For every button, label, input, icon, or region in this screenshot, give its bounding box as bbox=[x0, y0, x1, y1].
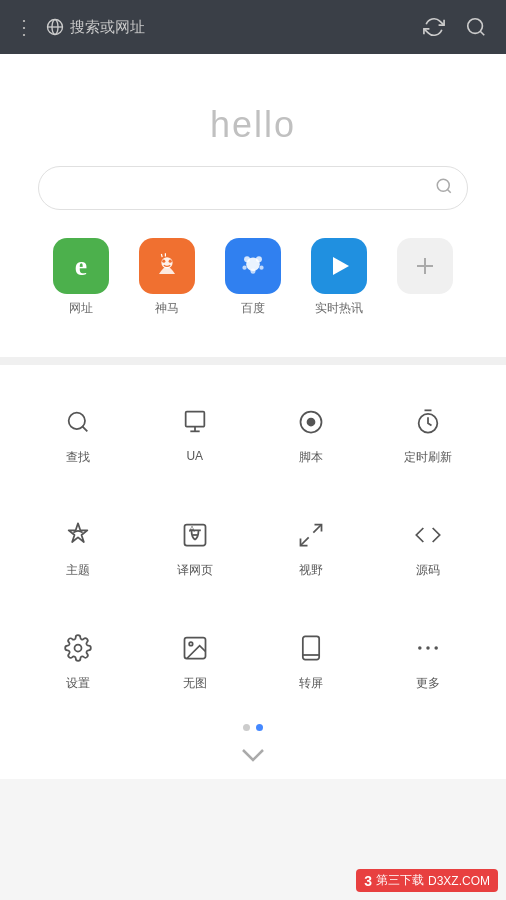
svg-point-13 bbox=[250, 269, 255, 274]
tool-more-label: 更多 bbox=[416, 675, 440, 692]
tool-settings-icon bbox=[59, 629, 97, 667]
quicklink-wangzhi-icon: e bbox=[53, 238, 109, 294]
svg-point-12 bbox=[256, 256, 262, 262]
svg-point-9 bbox=[169, 260, 172, 263]
search-box[interactable] bbox=[38, 166, 468, 210]
tool-theme-label: 主题 bbox=[66, 562, 90, 579]
quicklink-add[interactable] bbox=[382, 238, 468, 300]
dot-1[interactable] bbox=[243, 724, 250, 731]
top-bar: ⋮ 搜索或网址 bbox=[0, 0, 506, 54]
svg-rect-21 bbox=[185, 412, 204, 427]
tool-find[interactable]: 查找 bbox=[20, 385, 137, 478]
tool-rotate-label: 转屏 bbox=[299, 675, 323, 692]
tool-timer-icon bbox=[409, 403, 447, 441]
svg-line-20 bbox=[82, 426, 87, 431]
tool-more[interactable]: 更多 bbox=[370, 611, 487, 704]
tool-source-label: 源码 bbox=[416, 562, 440, 579]
tools-row-3: 设置 无图 bbox=[0, 601, 506, 714]
quick-links: e 网址 神马 bbox=[38, 238, 468, 317]
quicklink-baidu-label: 百度 bbox=[241, 300, 265, 317]
tools-section: 查找 UA bbox=[0, 365, 506, 779]
search-box-icon bbox=[435, 177, 453, 200]
watermark-icon: 3 bbox=[364, 873, 372, 889]
svg-line-32 bbox=[314, 525, 322, 533]
svg-text:A: A bbox=[189, 525, 195, 534]
tool-ua[interactable]: UA bbox=[137, 385, 254, 478]
svg-line-4 bbox=[480, 31, 484, 35]
svg-point-34 bbox=[75, 645, 82, 652]
tool-find-label: 查找 bbox=[66, 449, 90, 466]
quicklink-shenma[interactable]: 神马 bbox=[124, 238, 210, 317]
svg-point-3 bbox=[468, 19, 483, 34]
tools-row-2: 主题 A 译网页 bbox=[0, 488, 506, 601]
address-bar[interactable]: 搜索或网址 bbox=[46, 18, 408, 37]
svg-point-14 bbox=[242, 266, 246, 270]
watermark: 3 第三下载 D3XZ.COM bbox=[356, 869, 498, 892]
pagination-dots bbox=[0, 714, 506, 739]
quicklink-shenma-icon bbox=[139, 238, 195, 294]
dot-2[interactable] bbox=[256, 724, 263, 731]
tool-vision-icon bbox=[292, 516, 330, 554]
svg-line-6 bbox=[447, 189, 450, 192]
tool-translate-icon: A bbox=[176, 516, 214, 554]
quicklink-reshixun-icon bbox=[311, 238, 367, 294]
menu-dots[interactable]: ⋮ bbox=[14, 15, 36, 39]
main-area: hello e 网址 bbox=[0, 54, 506, 779]
svg-line-33 bbox=[301, 537, 309, 545]
tool-script-icon bbox=[292, 403, 330, 441]
hello-section: hello e 网址 bbox=[0, 54, 506, 347]
svg-point-41 bbox=[434, 646, 438, 650]
watermark-text: 第三下载 bbox=[376, 872, 424, 889]
reload-button[interactable] bbox=[418, 11, 450, 43]
quicklink-shenma-label: 神马 bbox=[155, 300, 179, 317]
svg-point-40 bbox=[426, 646, 430, 650]
tool-ua-label: UA bbox=[186, 449, 203, 463]
quicklink-reshixun-label: 实时热讯 bbox=[315, 300, 363, 317]
search-input[interactable] bbox=[53, 180, 435, 197]
hello-title: hello bbox=[210, 104, 296, 146]
tool-more-icon bbox=[409, 629, 447, 667]
svg-marker-16 bbox=[333, 257, 349, 275]
tool-timer-label: 定时刷新 bbox=[404, 449, 452, 466]
tool-noimage-label: 无图 bbox=[183, 675, 207, 692]
tool-theme[interactable]: 主题 bbox=[20, 498, 137, 591]
bottom-chevron[interactable] bbox=[0, 739, 506, 779]
watermark-url: D3XZ.COM bbox=[428, 874, 490, 888]
tool-translate[interactable]: A 译网页 bbox=[137, 498, 254, 591]
tool-noimage[interactable]: 无图 bbox=[137, 611, 254, 704]
tool-script-label: 脚本 bbox=[299, 449, 323, 466]
tool-noimage-icon bbox=[176, 629, 214, 667]
svg-point-25 bbox=[308, 419, 315, 426]
tool-settings-label: 设置 bbox=[66, 675, 90, 692]
svg-point-5 bbox=[437, 179, 449, 191]
quicklink-add-icon bbox=[397, 238, 453, 294]
svg-point-15 bbox=[259, 266, 263, 270]
tool-source[interactable]: 源码 bbox=[370, 498, 487, 591]
tool-rotate[interactable]: 转屏 bbox=[253, 611, 370, 704]
tool-script[interactable]: 脚本 bbox=[253, 385, 370, 478]
address-text: 搜索或网址 bbox=[70, 18, 145, 37]
tool-rotate-icon bbox=[292, 629, 330, 667]
search-button[interactable] bbox=[460, 11, 492, 43]
svg-rect-37 bbox=[303, 636, 319, 659]
svg-point-11 bbox=[244, 256, 250, 262]
quicklink-wangzhi-label: 网址 bbox=[69, 300, 93, 317]
svg-point-36 bbox=[189, 642, 193, 646]
svg-point-8 bbox=[162, 260, 165, 263]
globe-icon bbox=[46, 18, 64, 36]
svg-point-39 bbox=[418, 646, 422, 650]
tool-vision-label: 视野 bbox=[299, 562, 323, 579]
tool-ua-icon bbox=[176, 403, 214, 441]
quicklink-reshixun[interactable]: 实时热讯 bbox=[296, 238, 382, 317]
tool-theme-icon bbox=[59, 516, 97, 554]
tools-row-1: 查找 UA bbox=[0, 375, 506, 488]
tool-vision[interactable]: 视野 bbox=[253, 498, 370, 591]
tool-timer[interactable]: 定时刷新 bbox=[370, 385, 487, 478]
tool-settings[interactable]: 设置 bbox=[20, 611, 137, 704]
tool-translate-label: 译网页 bbox=[177, 562, 213, 579]
quicklink-baidu[interactable]: 百度 bbox=[210, 238, 296, 317]
quicklink-wangzhi[interactable]: e 网址 bbox=[38, 238, 124, 317]
quicklink-baidu-icon bbox=[225, 238, 281, 294]
tool-source-icon bbox=[409, 516, 447, 554]
tool-find-icon bbox=[59, 403, 97, 441]
